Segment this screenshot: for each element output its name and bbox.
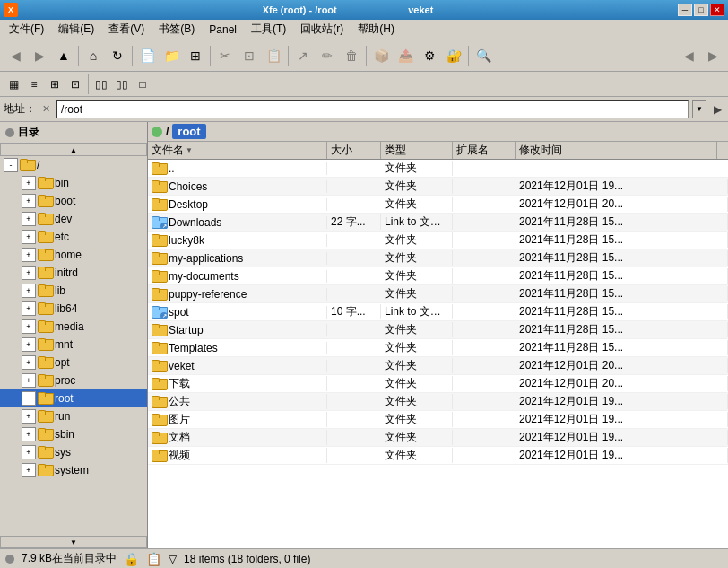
table-row[interactable]: Desktop文件夹2021年12月01日 20... [148,196,728,214]
tree-expander[interactable]: + [22,266,36,280]
view-icon[interactable]: ⊞ [45,74,65,94]
table-row[interactable]: Templates文件夹2021年11月28日 15... [148,339,728,357]
menu-view[interactable]: 查看(V) [101,20,152,39]
properties-button[interactable]: ⚙ [418,44,441,67]
tree-item[interactable]: +lib [0,282,147,300]
tree-item[interactable]: +boot [0,192,147,210]
table-row[interactable]: 公共文件夹2021年12月01日 19... [148,393,728,411]
compress-button[interactable]: 📦 [369,44,393,67]
dual-pane[interactable]: ▯▯ [91,74,111,94]
tree-item[interactable]: +mnt [0,336,147,354]
address-input[interactable] [56,100,689,118]
col-header-type[interactable]: 类型 [381,142,453,159]
dual-pane2[interactable]: ▯▯ [112,74,132,94]
table-row[interactable]: my-applications文件夹2021年11月28日 15... [148,249,728,267]
table-row[interactable]: ..文件夹 [148,160,728,178]
table-row[interactable]: ↗spot10 字...Link to 文件夹2021年11月28日 15... [148,303,728,321]
table-row[interactable]: puppy-reference文件夹2021年11月28日 15... [148,285,728,303]
tree-expander[interactable]: + [22,248,36,262]
tree-expander[interactable]: + [22,445,36,459]
move-button[interactable]: ↗ [291,44,315,67]
close-button[interactable]: ✕ [710,4,724,16]
file-list-body[interactable]: ..文件夹Choices文件夹2021年12月01日 19...Desktop文… [148,160,728,548]
col-header-ext[interactable]: 扩展名 [453,142,516,159]
menu-panel[interactable]: Panel [202,22,244,38]
scroll-down-btn[interactable]: ▼ [0,536,147,548]
minimize-button[interactable]: ─ [678,4,692,16]
address-clear[interactable]: ✕ [39,103,53,115]
dual-pane3[interactable]: □ [133,74,152,94]
tree-expander[interactable]: + [22,301,36,316]
tree-expander[interactable]: + [22,409,36,424]
extract-button[interactable]: 📤 [394,44,417,67]
tree-item[interactable]: +system [0,461,147,479]
rename-button[interactable]: ✏ [316,44,339,67]
copy-dir-button[interactable]: ⊞ [184,44,207,67]
tree-expander[interactable]: - [4,158,18,172]
col-header-date[interactable]: 修改时间 [516,142,717,159]
next-pane[interactable]: ▶ [701,44,724,67]
menu-edit[interactable]: 编辑(E) [51,20,101,39]
table-row[interactable]: veket文件夹2021年12月01日 20... [148,357,728,375]
tree-expander[interactable]: + [22,212,36,226]
refresh-button[interactable]: ↻ [106,44,129,67]
back-button[interactable]: ◀ [4,44,27,67]
tree-expander[interactable]: + [22,463,36,477]
menu-tools[interactable]: 工具(T) [244,20,293,39]
cut-button[interactable]: ✂ [213,44,237,67]
forward-button[interactable]: ▶ [28,44,51,67]
tree-item[interactable]: +bin [0,174,147,192]
home-button[interactable]: ⌂ [82,44,105,67]
tree-expander[interactable]: + [22,337,36,352]
up-button[interactable]: ▲ [52,44,75,67]
table-row[interactable]: Startup文件夹2021年11月28日 15... [148,321,728,339]
tree-expander[interactable]: + [22,194,36,208]
table-row[interactable]: lucky8k文件夹2021年11月28日 15... [148,232,728,249]
paste-button[interactable]: 📋 [262,44,285,67]
view-detail[interactable]: ▦ [4,74,23,94]
table-row[interactable]: 下载文件夹2021年12月01日 20... [148,375,728,393]
tree-item[interactable]: +root [0,389,147,407]
table-row[interactable]: ↗Downloads22 字...Link to 文件夹2021年11月28日 … [148,214,728,232]
perm-button[interactable]: 🔐 [442,44,465,67]
tree-area[interactable]: -/+bin+boot+dev+etc+home+initrd+lib+lib6… [0,156,147,536]
new-folder-button[interactable]: 📁 [160,44,183,67]
tree-expander[interactable]: + [22,391,36,406]
tree-expander[interactable]: + [22,319,36,334]
menu-help[interactable]: 帮助(H) [351,20,402,39]
tree-expander[interactable]: + [22,427,36,441]
tree-item[interactable]: -/ [0,156,147,174]
copy-button[interactable]: ⊡ [238,44,261,67]
col-header-name[interactable]: 文件名 ▼ [148,142,327,159]
tree-item[interactable]: +media [0,318,147,336]
address-dropdown[interactable]: ▼ [692,100,706,118]
maximize-button[interactable]: □ [694,4,708,16]
table-row[interactable]: my-documents文件夹2021年11月28日 15... [148,267,728,285]
tree-expander[interactable]: + [22,230,36,244]
view-list[interactable]: ≡ [24,74,44,94]
prev-pane[interactable]: ◀ [677,44,700,67]
tree-expander[interactable]: + [22,373,36,388]
delete-button[interactable]: 🗑 [340,44,363,67]
tree-item[interactable]: +sys [0,443,147,461]
menu-file[interactable]: 文件(F) [2,20,51,39]
table-row[interactable]: 视频文件夹2021年12月01日 19... [148,447,728,465]
tree-item[interactable]: +initrd [0,264,147,282]
tree-item[interactable]: +sbin [0,425,147,443]
table-row[interactable]: Choices文件夹2021年12月01日 19... [148,178,728,196]
tree-item[interactable]: +dev [0,210,147,228]
menu-bookmarks[interactable]: 书签(B) [152,20,202,39]
tree-item[interactable]: +opt [0,354,147,371]
tree-item[interactable]: +lib64 [0,300,147,318]
table-row[interactable]: 图片文件夹2021年12月01日 19... [148,411,728,429]
tree-item[interactable]: +home [0,246,147,264]
table-row[interactable]: 文档文件夹2021年12月01日 19... [148,429,728,447]
view-thumb[interactable]: ⊡ [65,74,85,94]
scroll-up-btn[interactable]: ▲ [0,144,147,156]
tree-item[interactable]: +proc [0,371,147,389]
new-file-button[interactable]: 📄 [135,44,159,67]
address-go[interactable]: ▶ [710,100,724,118]
tree-expander[interactable]: + [22,284,36,298]
menu-trash[interactable]: 回收站(r) [293,20,351,39]
tree-expander[interactable]: + [22,355,36,370]
